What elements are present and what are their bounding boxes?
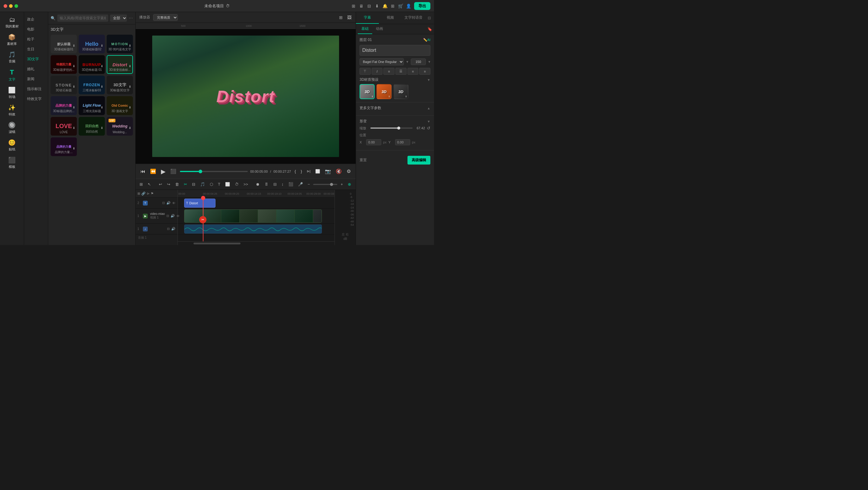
- zoom-in-button[interactable]: +: [339, 181, 344, 187]
- template-card-t7[interactable]: STONE ⬇ 3D岩石标题: [51, 75, 77, 94]
- text-track-audio-btn[interactable]: 🔊: [166, 201, 171, 205]
- sidebar-item-effect[interactable]: ✨ 特效: [1, 102, 23, 118]
- timer-button[interactable]: ⏱: [233, 181, 240, 187]
- add-track-button[interactable]: ⊕: [346, 181, 352, 187]
- tab-video[interactable]: 视频: [379, 12, 402, 24]
- mark-in-button[interactable]: {: [293, 168, 297, 175]
- align-top-btn[interactable]: ⊤: [360, 68, 371, 75]
- rewind-button[interactable]: ⏮: [139, 167, 147, 175]
- settings-button[interactable]: ⚙: [345, 167, 352, 175]
- multi-track-icon[interactable]: ⊞: [138, 181, 144, 187]
- image-icon[interactable]: 🖼: [347, 15, 352, 20]
- export-button[interactable]: 导出: [414, 2, 430, 10]
- user-icon[interactable]: 👤: [406, 3, 411, 9]
- subtab-basic[interactable]: 基础: [358, 24, 372, 34]
- track-settings[interactable]: ⊟: [272, 181, 278, 187]
- text-add-button[interactable]: T: [216, 181, 222, 187]
- font-size-input[interactable]: [411, 58, 426, 65]
- search-input[interactable]: [57, 14, 108, 22]
- extract-button[interactable]: ↕: [280, 181, 285, 187]
- cat-govt[interactable]: 政企: [24, 14, 48, 24]
- insert-button[interactable]: ⊳|: [306, 168, 312, 175]
- template-card-t12[interactable]: Old Comic ⬇ 3D 漫画文字: [107, 96, 133, 115]
- screen-icon[interactable]: ⊞: [351, 3, 356, 9]
- apps-icon[interactable]: ⊞: [390, 3, 396, 9]
- sidebar-item-sticker[interactable]: 😊 贴纸: [1, 137, 23, 153]
- video-track-fold-btn[interactable]: ⊟: [166, 214, 169, 218]
- minimize-button[interactable]: [9, 4, 13, 8]
- crop-button[interactable]: ⬜: [224, 181, 231, 187]
- progress-bar[interactable]: [180, 171, 248, 172]
- snapshot-button[interactable]: 📷: [324, 167, 332, 175]
- cat-news[interactable]: 新闻: [24, 74, 48, 84]
- flag-btn[interactable]: ⚑: [151, 192, 154, 195]
- tab-subtitle[interactable]: 字幕: [356, 12, 379, 24]
- cursor-tool[interactable]: ↖: [146, 181, 153, 187]
- template-card-t15[interactable]: VIP Wedding ⬇ Wedding...: [107, 117, 133, 135]
- audio-clip[interactable]: [184, 224, 322, 234]
- bell-icon[interactable]: 🔔: [382, 3, 388, 9]
- font-dropdown-icon[interactable]: ▼: [406, 60, 409, 64]
- download-icon[interactable]: ⬇: [374, 3, 380, 9]
- scale-reset-btn[interactable]: ↺: [427, 126, 430, 130]
- sidebar-item-my-material[interactable]: 🗂 我的素材: [1, 14, 23, 30]
- audio-track-audio-btn[interactable]: 🔊: [171, 226, 176, 231]
- undo-button[interactable]: ↩: [157, 181, 164, 187]
- align-justify-btn[interactable]: ≡: [419, 68, 430, 75]
- cat-wedding[interactable]: 婚礼: [24, 64, 48, 74]
- material-section-header[interactable]: 3D材质预设 ▼: [360, 77, 430, 82]
- audio-extract-button[interactable]: 🎵: [198, 181, 207, 187]
- template-card-t13[interactable]: LOVE ⬇ LOVE: [51, 117, 77, 135]
- stop-button[interactable]: ⬛: [169, 167, 178, 175]
- search-filter[interactable]: 全部: [110, 14, 127, 22]
- layout-icon[interactable]: ⊟: [367, 3, 372, 9]
- playhead[interactable]: ✂: [203, 198, 204, 241]
- align-left-btn[interactable]: ≡: [383, 68, 395, 75]
- more-tools[interactable]: >>: [242, 181, 250, 187]
- tab-speech[interactable]: 文字转语音: [402, 12, 425, 24]
- template-card-t2[interactable]: Hello ⬇ 3D基础标题02: [79, 35, 105, 53]
- effect-button[interactable]: ⬡: [208, 181, 215, 187]
- bookmark-icon[interactable]: 🔖: [427, 27, 432, 31]
- template-card-t16[interactable]: 品牌的力量 ⬇ 品牌的力量...: [51, 137, 77, 156]
- sidebar-item-material-lib[interactable]: 📦 素材库: [1, 32, 23, 48]
- template-card-t10[interactable]: 品牌的力量 ⬇ 3D标题品牌的...: [51, 96, 77, 115]
- material-preset-gray[interactable]: 3D ⬇: [360, 84, 375, 99]
- add-main-track-btn[interactable]: ⊞: [137, 192, 140, 195]
- sidebar-item-audio[interactable]: 🎵 音频: [1, 49, 23, 65]
- template-card-t14[interactable]: 回归自然 ⬇ 回归自然: [79, 117, 105, 135]
- sidebar-item-template[interactable]: ⬛ 模板: [1, 155, 23, 171]
- text-track-fold-btn[interactable]: ⊟: [162, 201, 165, 205]
- grid-view-icon[interactable]: ⊞: [338, 15, 344, 20]
- zoom-out-button[interactable]: −: [306, 181, 312, 187]
- text-clip-distort[interactable]: T Distort: [184, 198, 216, 208]
- sidebar-item-text[interactable]: T 文字: [1, 67, 23, 84]
- cat-indicator[interactable]: 指示标注: [24, 84, 48, 94]
- template-card-t11[interactable]: Light Flow ⬇ 三维光流标题: [79, 96, 105, 115]
- quality-select[interactable]: 完整画质: [153, 14, 178, 21]
- cat-particle[interactable]: 粒子: [24, 34, 48, 44]
- cat-3dtext[interactable]: 3D文字: [24, 54, 48, 64]
- advanced-edit-button[interactable]: 高级编辑: [407, 156, 430, 164]
- record-button[interactable]: ⏺: [254, 181, 261, 187]
- y-input[interactable]: [395, 139, 410, 145]
- scale-slider[interactable]: [370, 127, 412, 129]
- template-card-t5[interactable]: BURNUP ⬇ 3D恐怖标题 01: [79, 55, 105, 74]
- subtab-animation[interactable]: 动画: [372, 24, 387, 34]
- cat-birthday[interactable]: 生日: [24, 44, 48, 54]
- x-input[interactable]: [366, 139, 381, 145]
- audio-off-button[interactable]: 🔇: [335, 167, 343, 175]
- audio-level-button[interactable]: 🎚: [263, 181, 270, 187]
- audio-track-fold-btn[interactable]: ⊟: [167, 226, 170, 231]
- sidebar-item-filter[interactable]: 🔘 滤镜: [1, 120, 23, 136]
- cat-effect-text[interactable]: 特效文字: [24, 94, 48, 104]
- redo-button[interactable]: ↪: [165, 181, 172, 187]
- right-panel-expand[interactable]: ⊟: [425, 12, 434, 24]
- fullscreen-button[interactable]: [14, 4, 18, 8]
- layer-ai-icon[interactable]: ✏️AI: [423, 38, 430, 42]
- play-button[interactable]: ▶: [160, 167, 167, 176]
- align-right-btn[interactable]: ≡: [407, 68, 418, 75]
- align-center-btn[interactable]: ☰: [396, 68, 407, 75]
- template-card-t3[interactable]: MOTION ⬇ 3D 简约蓝色文字: [107, 35, 133, 53]
- template-card-t9[interactable]: 3D文字 ⬇ 3D标题3D文字: [107, 75, 133, 94]
